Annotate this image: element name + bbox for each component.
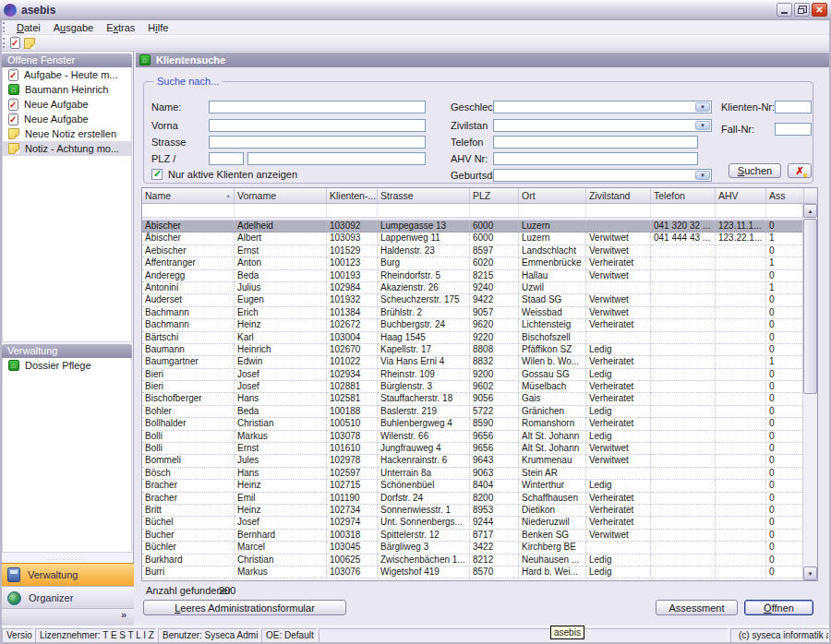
table-row[interactable]: BracherHeinz102715Schönenbüel8404Wintert…	[142, 480, 817, 492]
column-header-ort[interactable]: Ort	[519, 188, 586, 203]
strasse-input[interactable]	[209, 136, 426, 149]
vertical-scrollbar[interactable]: ▲ ▼	[802, 204, 817, 580]
table-row[interactable]: BischofbergerHans102581Stauffacherstr. 1…	[142, 393, 817, 405]
fall-nr-input[interactable]	[775, 123, 812, 136]
filter-cell[interactable]	[378, 204, 470, 217]
menu-item-datei[interactable]: Datei	[10, 21, 47, 34]
plz-input[interactable]	[209, 152, 244, 165]
minimize-button[interactable]	[777, 3, 792, 17]
filter-cell[interactable]	[327, 204, 378, 217]
suchen-button[interactable]: Suchen	[729, 163, 781, 178]
nav-button-verwaltung[interactable]: Verwaltung	[0, 563, 134, 586]
splitter-grip[interactable]: ..........	[2, 555, 132, 563]
filter-cell[interactable]	[586, 204, 651, 217]
table-row[interactable]: BärtschiKarl103004Haag 15459220Bischofsz…	[142, 332, 817, 344]
geschlecht-select[interactable]	[493, 101, 712, 113]
geburtsdatum-select[interactable]	[493, 169, 712, 182]
column-header-ahv[interactable]: AHV	[716, 188, 766, 203]
filter-cell[interactable]	[651, 204, 716, 217]
table-row[interactable]: BöschHans102597Unterrain 8a9063Stein AR0	[142, 468, 817, 480]
column-header-strasse[interactable]: Strasse	[378, 188, 470, 203]
scrollbar-thumb[interactable]	[803, 219, 817, 394]
open-window-item[interactable]: Baumann Heinrich	[3, 82, 131, 97]
scroll-down-icon[interactable]: ▼	[803, 566, 817, 580]
table-row[interactable]: BolliMarkus103078Wilenstr. 669656Alt St.…	[142, 431, 817, 443]
empty-admin-form-button[interactable]: Leeres Administrationsformular	[143, 600, 346, 615]
table-row[interactable]: BurkhardChristian100625Zwischenbächen 1.…	[142, 555, 817, 566]
table-row[interactable]: BolliErnst101610Jungfrauweg 49656Alt St.…	[142, 443, 817, 455]
table-row[interactable]: ÄbischerAlbert103093Lappenweg 116000Luze…	[142, 233, 817, 244]
menu-item-extras[interactable]: Extras	[100, 21, 141, 34]
column-header-plz[interactable]: PLZ	[470, 188, 519, 203]
table-row[interactable]: BucherBernhard100318Spittelerstr. 128717…	[142, 530, 817, 542]
table-row[interactable]: BommeliJules102978Hackenrainstr. 69643Kr…	[142, 455, 817, 467]
table-row[interactable]: BachmannHeinz102672Buchbergstr. 249620Li…	[142, 319, 817, 331]
filter-cell[interactable]	[235, 204, 327, 217]
table-row[interactable]: BracherEmil101190Dorfstr. 248200Schaffha…	[142, 493, 817, 505]
filter-cell[interactable]	[470, 204, 519, 217]
filter-cell[interactable]	[519, 204, 586, 217]
column-header-telefon[interactable]: Telefon	[651, 188, 716, 203]
ort-input[interactable]	[247, 152, 426, 165]
column-header-klienten[interactable]: Klienten-...	[327, 188, 378, 203]
table-cell: Verwitwet	[586, 455, 651, 467]
table-row[interactable]: AudersetEugen101932Scheuchzerstr. 175942…	[142, 294, 817, 306]
table-row[interactable]: BollhalderChristian100510Buhlenbergweg 4…	[142, 418, 817, 430]
nav-overflow-chevron[interactable]: »	[0, 608, 134, 626]
table-row[interactable]: BieriJosef102881Bürglenstr. 39602Müselba…	[142, 381, 817, 393]
open-window-item[interactable]: Neue Aufgabe	[3, 112, 131, 126]
table-row[interactable]: BüchelJosef102974Unt. Sonnenbergs...9244…	[142, 517, 817, 529]
clear-search-button[interactable]: ✗	[788, 163, 812, 178]
filter-cell[interactable]	[142, 204, 235, 217]
restore-button[interactable]	[794, 3, 810, 17]
table-row[interactable]: BurriMarkus103076Wigetshof 4198570Hard b…	[142, 566, 817, 578]
table-cell: 101529	[327, 245, 378, 257]
column-header-name[interactable]: Name▲	[142, 188, 235, 203]
table-row[interactable]: AntoniniJulius102984Akazienstr. 269240Uz…	[142, 282, 817, 294]
table-row[interactable]: BaumannHeinrich102670Kapellstr. 178808Pf…	[142, 344, 817, 356]
assessment-button[interactable]: Assessment	[656, 600, 738, 615]
filter-cell[interactable]	[766, 204, 804, 217]
new-task-icon[interactable]	[10, 37, 20, 49]
name-input[interactable]	[209, 101, 426, 113]
table-cell: 0	[766, 530, 804, 542]
open-window-item[interactable]: Aufgabe - Heute m...	[3, 67, 131, 82]
nav-button-organizer[interactable]: Organizer	[0, 586, 134, 609]
table-row[interactable]: AebischerErnst101529Haldenstr. 238597Lan…	[142, 245, 817, 257]
table-row[interactable]: AndereggBeda100193Rheindorfstr. 58215Hal…	[142, 270, 817, 282]
filter-cell[interactable]	[716, 204, 766, 217]
verwaltung-item[interactable]: Dossier Pflege	[3, 358, 131, 373]
table-row[interactable]: BieriJosef102934Rheinstr. 1099200Gossau …	[142, 369, 817, 381]
new-note-icon[interactable]	[24, 38, 35, 49]
table-row[interactable]: AffentrangerAnton100123Burg6020Emmenbrüc…	[142, 257, 817, 269]
vorname-input[interactable]	[209, 119, 426, 132]
menu-item-hilfe[interactable]: Hilfe	[141, 21, 175, 34]
scroll-up-icon[interactable]: ▲	[803, 204, 817, 218]
open-button[interactable]: Öffnen	[744, 600, 813, 615]
klienten-nr-input[interactable]	[775, 101, 812, 113]
table-row[interactable]: BaumgartnerEdwin101022Via Hans Erni 4883…	[142, 356, 817, 368]
table-row[interactable]: ÄbischerAdelheid103092Lumpegasse 136000L…	[142, 221, 817, 233]
column-header-ass[interactable]: Ass	[766, 188, 804, 203]
table-cell: 100188	[327, 406, 378, 418]
table-row[interactable]: BrittHeinz102734Sonnenwiesstr. 18953Diet…	[142, 505, 817, 517]
table-cell: Lumpegasse 13	[378, 221, 470, 233]
table-row[interactable]: BüchlerMarcel103045Bärgliweg 33422Kirchb…	[142, 542, 817, 554]
table-cell: 103076	[327, 566, 378, 578]
open-window-item[interactable]: Notiz - Achtung mo...	[3, 141, 131, 156]
open-window-item[interactable]: Neue Aufgabe	[3, 97, 131, 112]
column-header-zivilstand[interactable]: Zivilstand	[586, 188, 651, 203]
table-cell: Gais	[519, 393, 586, 405]
table-row[interactable]: BohlerBeda100188Baslerstr. 2195722Gränic…	[142, 406, 817, 418]
table-cell	[651, 257, 716, 269]
open-window-item[interactable]: Neue Notiz erstellen	[3, 126, 131, 141]
menu-item-ausgabe[interactable]: Ausgabe	[47, 21, 100, 34]
table-filter-row[interactable]	[142, 204, 817, 218]
table-row[interactable]: BachmannErich101384Brühlstr. 29057Weissb…	[142, 307, 817, 319]
column-header-vorname[interactable]: Vorname	[235, 188, 327, 203]
close-button[interactable]: ✕	[812, 3, 827, 17]
active-clients-checkbox[interactable]	[151, 169, 163, 180]
telefon-input[interactable]	[493, 136, 698, 149]
ahv-input[interactable]	[493, 152, 698, 165]
zivilstand-select[interactable]	[493, 119, 712, 132]
